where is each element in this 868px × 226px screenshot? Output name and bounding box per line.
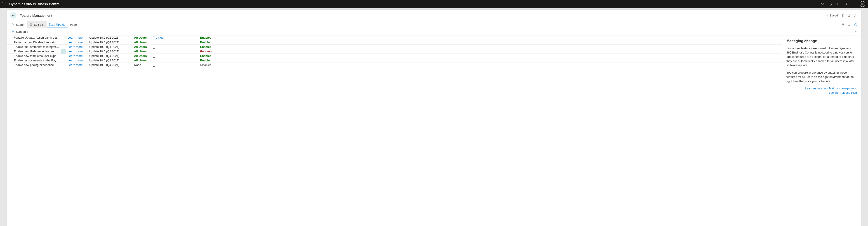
try-placeholder: _	[153, 63, 155, 67]
svg-point-10	[12, 24, 13, 25]
page-tab[interactable]: Page	[68, 21, 79, 28]
row-menu-icon[interactable]	[61, 49, 66, 53]
update-version: Update 19.0 (Q4 2021)	[88, 44, 133, 49]
try-placeholder: _	[153, 59, 155, 62]
svg-rect-14	[30, 25, 32, 26]
feature-name: Performance - Disable Integration Man...	[14, 41, 61, 44]
status-badge: Enabled	[200, 41, 212, 44]
svg-point-21	[856, 24, 856, 24]
settings-gear-icon[interactable]	[842, 0, 850, 8]
data-update-tab[interactable]: Data Update	[46, 21, 68, 28]
table-row[interactable]: Enable improvements to integrated em...L…	[7, 44, 782, 49]
enabled-for[interactable]: All Users	[134, 50, 147, 53]
command-bar: Search Edit List Data Update Page	[7, 21, 861, 28]
status-badge: Enabled	[200, 54, 212, 58]
row-indicator-icon	[7, 44, 12, 49]
row-indicator-icon	[7, 35, 12, 40]
learn-more-link[interactable]: Learn more	[68, 54, 83, 58]
schedule-button[interactable]: Schedule	[9, 28, 30, 35]
status-badge: Enabled	[200, 59, 212, 62]
page-header: Feature Management Saved	[7, 10, 861, 21]
row-menu-icon[interactable]	[61, 53, 66, 58]
app-title: Dynamics 365 Business Central	[9, 2, 61, 6]
edit-list-button[interactable]: Edit List	[27, 21, 46, 28]
table-row[interactable]: Enable Item Reference featureLearn moreU…	[7, 49, 782, 53]
status-badge: Enabled	[200, 45, 212, 48]
search-button[interactable]: Search	[9, 21, 27, 28]
svg-rect-13	[30, 25, 32, 25]
table-row[interactable]: Feature Update: Action bar in dialogsLea…	[7, 35, 782, 40]
row-menu-icon[interactable]	[61, 58, 66, 63]
svg-point-4	[854, 5, 855, 5]
bell-icon[interactable]	[827, 0, 835, 8]
app-launcher-icon[interactable]	[0, 0, 8, 8]
back-button[interactable]	[10, 12, 17, 18]
side-panel: Managing change Some new features are tu…	[782, 35, 861, 226]
bookmark-icon[interactable]	[840, 12, 846, 18]
check-icon	[826, 14, 829, 17]
enabled-for[interactable]: All Users	[134, 54, 147, 58]
enabled-for[interactable]: All Users	[134, 45, 147, 48]
learn-more-link[interactable]: Learn more	[68, 50, 83, 53]
try-it-out-link[interactable]: Try it out	[153, 36, 164, 39]
pin-icon[interactable]	[853, 29, 859, 35]
svg-rect-12	[30, 24, 32, 24]
feature-name: Feature Update: Action bar in dialogs	[14, 36, 61, 39]
status-badge: Disabled	[200, 63, 212, 67]
svg-point-0	[822, 3, 823, 4]
help-icon[interactable]	[850, 0, 858, 8]
row-indicator-icon	[7, 53, 12, 58]
learn-more-feature-mgmt-link[interactable]: Learn more about feature management.	[786, 87, 857, 90]
svg-marker-15	[842, 24, 844, 26]
filter-icon[interactable]	[840, 22, 846, 28]
learn-more-link[interactable]: Learn more	[68, 36, 83, 39]
release-plan-link[interactable]: See the Release Plan	[786, 91, 857, 95]
schedule-button-label: Schedule	[16, 30, 28, 33]
row-menu-icon[interactable]	[61, 35, 66, 40]
list-view-icon[interactable]	[846, 22, 852, 28]
feature-name: Enable new pricing experience	[14, 63, 54, 67]
data-update-tab-label: Data Update	[49, 23, 65, 26]
saved-label: Saved	[830, 14, 838, 17]
enabled-for[interactable]: None	[134, 63, 141, 67]
table-row[interactable]: Enable new pricing experienceLearn moreU…	[7, 63, 782, 67]
edit-list-button-label: Edit List	[34, 23, 44, 27]
svg-point-3	[846, 4, 847, 4]
status-badge: Enabled	[200, 36, 212, 39]
learn-more-link[interactable]: Learn more	[68, 45, 83, 48]
row-menu-icon[interactable]	[61, 44, 66, 49]
status-badge: Pending Data...	[200, 50, 218, 53]
enabled-for[interactable]: All Users	[134, 36, 147, 39]
side-panel-para2: You can prepare in advance by enabling t…	[786, 71, 857, 83]
feature-name[interactable]: Enable Item Reference feature	[14, 50, 54, 53]
enabled-for[interactable]: All Users	[134, 41, 147, 44]
table-row[interactable]: Performance - Disable Integration Man...…	[7, 40, 782, 44]
feature-name: Enable new templates user experience	[14, 54, 61, 58]
table-row[interactable]: Enable new templates user experienceLear…	[7, 53, 782, 58]
flag-icon[interactable]	[835, 0, 842, 8]
learn-more-link[interactable]: Learn more	[68, 41, 83, 44]
info-panel-icon[interactable]	[852, 22, 859, 28]
popout-icon[interactable]	[846, 12, 852, 18]
search-icon[interactable]	[819, 0, 827, 8]
update-version: Update 19.0 (Q4 2021)	[88, 53, 133, 58]
update-version: Update 19.0 (Q4 2021)	[88, 63, 133, 67]
learn-more-link[interactable]: Learn more	[68, 63, 83, 67]
svg-line-11	[13, 25, 14, 26]
row-indicator-icon	[7, 40, 12, 44]
table-row[interactable]: Enable improvements to the Payment R...L…	[7, 58, 782, 63]
collapse-icon[interactable]	[852, 12, 858, 18]
enabled-for[interactable]: All Users	[134, 59, 147, 62]
search-button-label: Search	[16, 23, 25, 27]
user-avatar[interactable]: IK	[860, 1, 865, 7]
row-menu-icon[interactable]	[61, 63, 66, 67]
side-panel-para1: Some new features are turned off when Dy…	[786, 46, 857, 68]
row-menu-icon[interactable]	[61, 40, 66, 44]
side-panel-heading: Managing change	[786, 39, 857, 43]
update-version: Update 18.0 (Q2 2021)	[88, 58, 133, 63]
row-indicator-icon	[7, 63, 12, 67]
update-version: Update 18.0 (Q2 2021)	[88, 49, 133, 53]
learn-more-link[interactable]: Learn more	[68, 59, 83, 62]
svg-rect-22	[12, 31, 14, 33]
feature-name: Enable improvements to integrated em...	[14, 45, 61, 48]
